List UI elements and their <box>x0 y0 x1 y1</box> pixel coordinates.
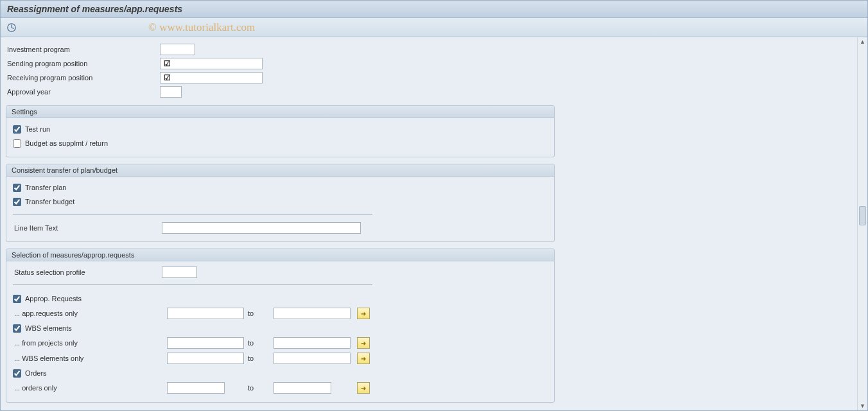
test-run-label: Test run <box>25 125 50 133</box>
divider <box>13 214 372 214</box>
app-requests-only-label: ... app.requests only <box>13 310 167 317</box>
page-title: Reassignment of measures/app.requests <box>7 4 182 14</box>
app-requests-to-input[interactable] <box>273 308 351 319</box>
title-bar: Reassignment of measures/app.requests <box>1 1 867 18</box>
transfer-plan-checkbox[interactable] <box>13 184 21 192</box>
arrow-right-icon: ➜ <box>361 355 366 362</box>
test-run-checkbox[interactable] <box>13 125 21 134</box>
execute-icon[interactable] <box>6 22 17 33</box>
svg-line-2 <box>12 28 14 29</box>
sap-window: Reassignment of measures/app.requests © … <box>0 0 868 411</box>
approp-requests-label: Approp. Requests <box>25 295 82 302</box>
line-item-text-input[interactable] <box>162 222 361 234</box>
scroll-thumb[interactable] <box>859 206 866 225</box>
arrow-right-icon: ➜ <box>361 340 366 347</box>
toolbar: © www.tutorialkart.com <box>1 18 867 37</box>
content-area: Investment program Sending program posit… <box>1 37 857 410</box>
multiple-selection-button[interactable]: ➜ <box>357 308 370 319</box>
to-label: to <box>248 384 270 392</box>
status-profile-input[interactable] <box>162 267 197 278</box>
body: Investment program Sending program posit… <box>1 37 867 410</box>
orders-to-input[interactable] <box>273 382 331 394</box>
orders-checkbox[interactable] <box>13 369 21 378</box>
to-label: to <box>248 339 270 347</box>
multiple-selection-button[interactable]: ➜ <box>357 337 370 349</box>
scroll-track[interactable] <box>858 46 867 401</box>
hierarchy-icon: ☑ <box>164 73 171 82</box>
multiple-selection-button[interactable]: ➜ <box>357 382 370 394</box>
approval-year-input[interactable] <box>160 86 182 98</box>
status-profile-label: Status selection profile <box>13 268 162 276</box>
wbs-elements-to-input[interactable] <box>273 353 351 364</box>
approp-requests-checkbox[interactable] <box>13 295 21 303</box>
wbs-elements-label: WBS elements <box>25 324 72 332</box>
wbs-elements-only-label: ... WBS elements only <box>13 354 167 362</box>
transfer-budget-label: Transfer budget <box>25 198 74 206</box>
investment-program-label: Investment program <box>6 46 160 53</box>
multiple-selection-button[interactable]: ➜ <box>357 353 370 364</box>
settings-title: Settings <box>6 106 554 118</box>
line-item-text-label: Line Item Text <box>13 224 162 232</box>
watermark: © www.tutorialkart.com <box>148 21 255 34</box>
sending-position-label: Sending program position <box>6 60 160 67</box>
receiving-position-input[interactable] <box>160 72 263 83</box>
transfer-plan-label: Transfer plan <box>25 184 66 191</box>
vertical-scrollbar[interactable]: ▲ ▼ <box>857 37 867 410</box>
selection-group: Selection of measures/approp.requests St… <box>6 249 555 403</box>
settings-group: Settings Test run Budget as supplmt / re… <box>6 105 555 157</box>
budget-supplmt-label: Budget as supplmt / return <box>25 139 108 147</box>
scroll-up-icon[interactable]: ▲ <box>858 37 867 46</box>
approval-year-label: Approval year <box>6 88 160 96</box>
orders-only-label: ... orders only <box>13 384 167 392</box>
hierarchy-icon: ☑ <box>164 59 171 68</box>
to-label: to <box>248 310 270 317</box>
from-projects-only-label: ... from projects only <box>13 339 167 347</box>
transfer-group: Consistent transfer of plan/budget Trans… <box>6 164 555 242</box>
divider <box>13 284 372 285</box>
selection-title: Selection of measures/approp.requests <box>6 249 554 261</box>
from-projects-from-input[interactable] <box>167 337 244 349</box>
budget-supplmt-checkbox[interactable] <box>13 139 21 148</box>
wbs-elements-from-input[interactable] <box>167 353 244 364</box>
arrow-right-icon: ➜ <box>361 310 366 317</box>
investment-program-input[interactable] <box>160 44 195 55</box>
orders-label: Orders <box>25 369 47 377</box>
transfer-budget-checkbox[interactable] <box>13 198 21 206</box>
arrow-right-icon: ➜ <box>361 385 366 392</box>
sending-position-input[interactable] <box>160 58 263 69</box>
from-projects-to-input[interactable] <box>273 337 351 349</box>
transfer-title: Consistent transfer of plan/budget <box>6 164 554 177</box>
scroll-down-icon[interactable]: ▼ <box>858 401 867 410</box>
receiving-position-label: Receiving program position <box>6 74 160 82</box>
to-label: to <box>248 354 270 362</box>
app-requests-from-input[interactable] <box>167 308 244 319</box>
wbs-elements-checkbox[interactable] <box>13 324 21 333</box>
orders-from-input[interactable] <box>167 382 225 394</box>
